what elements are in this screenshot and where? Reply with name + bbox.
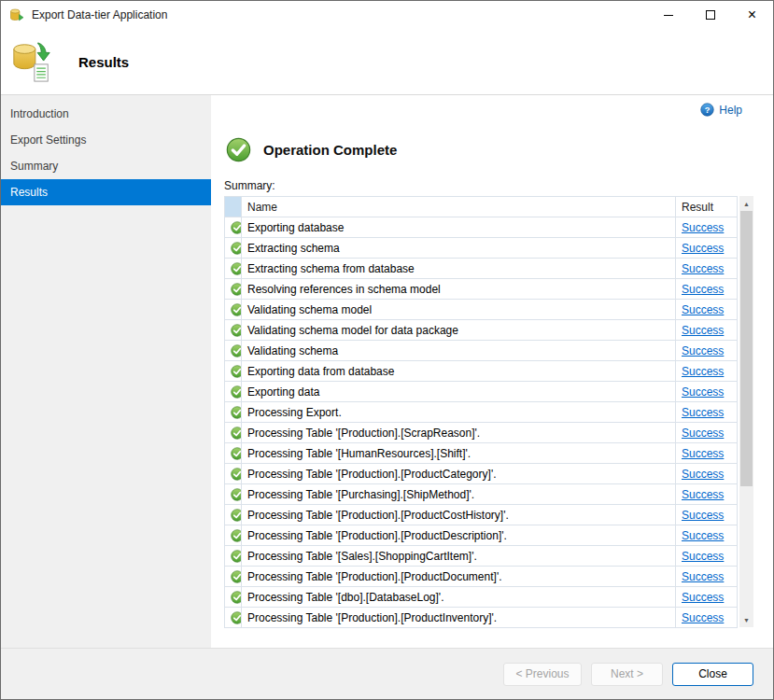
result-link[interactable]: Success	[682, 447, 724, 460]
success-check-icon	[231, 488, 242, 501]
row-name: Validating schema model for data package	[247, 324, 458, 337]
row-name: Processing Table '[Production].[ScrapRea…	[247, 427, 480, 440]
success-check-icon	[231, 324, 242, 337]
table-row[interactable]: Processing Table '[Production].[ProductC…	[225, 505, 738, 525]
next-button[interactable]: Next >	[591, 663, 663, 686]
result-link[interactable]: Success	[682, 324, 724, 337]
sidebar-item-results[interactable]: Results	[1, 179, 211, 205]
table-row[interactable]: Processing Table '[Production].[ProductI…	[225, 608, 738, 628]
table-row[interactable]: Exporting database Success	[225, 217, 738, 238]
result-link[interactable]: Success	[682, 365, 724, 378]
row-name: Resolving references in schema model	[247, 283, 441, 296]
result-link[interactable]: Success	[682, 242, 724, 255]
result-link[interactable]: Success	[682, 591, 724, 604]
table-row[interactable]: Validating schema model Success	[225, 300, 738, 320]
titlebar[interactable]: Export Data-tier Application ×	[1, 1, 773, 29]
success-check-icon	[231, 570, 242, 583]
wizard-body: Introduction Export Settings Summary Res…	[1, 95, 773, 648]
success-check-icon	[231, 283, 242, 296]
result-link[interactable]: Success	[682, 509, 724, 522]
table-row[interactable]: Resolving references in schema model Suc…	[225, 279, 738, 300]
table-row[interactable]: Processing Export. Success	[225, 402, 738, 423]
row-name: Exporting database	[247, 221, 344, 234]
result-link[interactable]: Success	[682, 427, 724, 440]
result-link[interactable]: Success	[682, 303, 724, 316]
table-scrollbar[interactable]: ▲ ▼	[739, 196, 753, 627]
scroll-up-button[interactable]: ▲	[739, 196, 753, 211]
results-table-area: Name Result Exporting database Success E…	[224, 196, 753, 627]
table-row[interactable]: Processing Table '[Production].[ScrapRea…	[225, 423, 738, 443]
row-name: Processing Table '[Sales].[ShoppingCartI…	[247, 550, 477, 563]
success-check-icon	[231, 303, 242, 316]
operation-status: Operation Complete	[226, 137, 397, 162]
result-link[interactable]: Success	[682, 283, 724, 296]
result-link[interactable]: Success	[682, 570, 724, 583]
table-row[interactable]: Processing Table '[HumanResources].[Shif…	[225, 443, 738, 464]
maximize-button[interactable]	[689, 1, 731, 29]
wizard-header: Results	[1, 29, 773, 95]
result-link[interactable]: Success	[682, 550, 724, 563]
success-check-icon	[231, 509, 242, 522]
sidebar-item-label: Export Settings	[10, 133, 86, 147]
table-row[interactable]: Validating schema model for data package…	[225, 320, 738, 341]
page-title: Results	[78, 54, 129, 70]
result-link[interactable]: Success	[682, 221, 724, 234]
table-row[interactable]: Processing Table '[Production].[ProductC…	[225, 464, 738, 484]
success-check-icon	[231, 262, 242, 275]
result-link[interactable]: Success	[682, 488, 724, 501]
result-link[interactable]: Success	[682, 529, 724, 542]
table-row[interactable]: Processing Table '[Production].[ProductD…	[225, 567, 738, 587]
footer-bar: < Previous Next > Close	[1, 648, 773, 699]
row-name: Processing Table '[Production].[ProductC…	[247, 468, 497, 481]
table-header-row: Name Result	[225, 197, 738, 217]
sidebar-item-label: Introduction	[10, 107, 69, 120]
sidebar-item-summary[interactable]: Summary	[1, 153, 211, 179]
table-row[interactable]: Processing Table '[dbo].[DatabaseLog]'. …	[225, 587, 738, 608]
row-name: Extracting schema	[247, 242, 340, 255]
result-link[interactable]: Success	[682, 468, 724, 481]
table-row[interactable]: Processing Table '[Purchasing].[ShipMeth…	[225, 484, 738, 505]
success-check-icon	[231, 427, 242, 440]
success-check-icon	[231, 447, 242, 460]
maximize-icon	[706, 10, 715, 20]
sidebar-item-introduction[interactable]: Introduction	[1, 101, 211, 127]
row-name: Processing Export.	[247, 406, 342, 419]
sidebar-item-export-settings[interactable]: Export Settings	[1, 127, 211, 153]
help-link[interactable]: ? Help	[700, 103, 742, 117]
scroll-down-button[interactable]: ▼	[739, 612, 753, 627]
sidebar-item-label: Results	[10, 186, 48, 199]
success-check-icon	[231, 611, 242, 624]
result-link[interactable]: Success	[682, 611, 724, 624]
minimize-button[interactable]	[647, 1, 689, 29]
table-row[interactable]: Extracting schema Success	[225, 238, 738, 259]
table-row[interactable]: Validating schema Success	[225, 341, 738, 361]
export-dta-dialog: Export Data-tier Application × Results I…	[0, 0, 774, 700]
table-row[interactable]: Processing Table '[Production].[ProductD…	[225, 525, 738, 546]
name-column-header: Name	[242, 197, 676, 217]
result-link[interactable]: Success	[682, 344, 724, 357]
window-controls: ×	[647, 1, 773, 29]
result-link[interactable]: Success	[682, 385, 724, 399]
close-button[interactable]: Close	[672, 663, 753, 686]
sidebar-item-label: Summary	[10, 160, 58, 173]
success-check-icon	[231, 550, 242, 563]
table-row[interactable]: Processing Table '[Sales].[ShoppingCartI…	[225, 546, 738, 567]
scroll-thumb[interactable]	[740, 211, 753, 486]
row-name: Validating schema model	[247, 303, 372, 316]
table-row[interactable]: Exporting data from database Success	[225, 361, 738, 382]
success-check-icon	[231, 468, 242, 481]
results-table: Name Result Exporting database Success E…	[224, 196, 738, 628]
row-name: Processing Table '[Production].[ProductD…	[247, 529, 507, 542]
row-name: Processing Table '[Purchasing].[ShipMeth…	[247, 488, 474, 501]
result-link[interactable]: Success	[682, 262, 724, 275]
previous-button[interactable]: < Previous	[503, 663, 582, 686]
row-name: Processing Table '[HumanResources].[Shif…	[247, 447, 471, 460]
table-row[interactable]: Exporting data Success	[225, 382, 738, 402]
icon-column-header	[225, 197, 242, 217]
result-link[interactable]: Success	[682, 406, 724, 419]
success-check-icon	[231, 242, 242, 255]
table-row[interactable]: Extracting schema from database Success	[225, 259, 738, 279]
close-window-button[interactable]: ×	[731, 1, 773, 29]
success-check-icon	[231, 221, 242, 234]
row-name: Processing Table '[Production].[ProductD…	[247, 570, 502, 583]
